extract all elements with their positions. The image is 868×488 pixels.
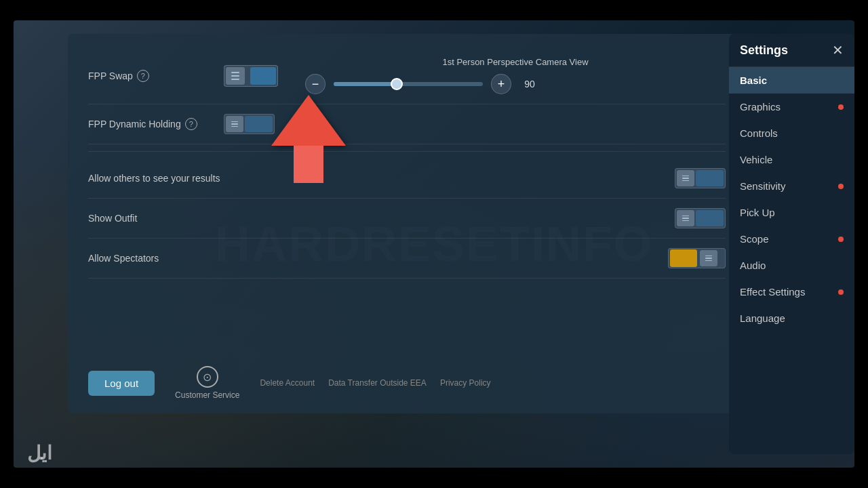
grip-line-3 — [231, 79, 239, 80]
camera-view-value: 90 — [519, 79, 540, 89]
fpp-dynamic-toggle-on — [245, 116, 273, 132]
show-outfit-controls — [675, 208, 726, 228]
sidebar-item-language-label: Language — [740, 312, 785, 324]
fpp-swap-toggle-on — [250, 67, 276, 85]
camera-plus-button[interactable]: + — [491, 74, 511, 94]
mini-grip-line-9 — [682, 220, 689, 222]
camera-slider-row: − + 90 — [305, 74, 726, 94]
allow-others-row: Allow others to see your results — [88, 159, 726, 199]
sidebar-item-controls[interactable]: Controls — [729, 120, 854, 146]
show-outfit-row: Show Outfit — [88, 199, 726, 239]
mini-grip-line-1 — [231, 121, 238, 123]
camera-view-section: 1st Person Perspective Camera View − + 9… — [278, 57, 726, 94]
sidebar-item-vehicle-label: Vehicle — [740, 154, 772, 165]
allow-others-controls — [675, 168, 726, 188]
grip-lines — [231, 72, 239, 80]
sidebar-item-sensitivity-label: Sensitivity — [740, 180, 786, 192]
sidebar-item-language[interactable]: Language — [729, 305, 854, 331]
spectators-yellow-section — [670, 249, 697, 267]
mini-grip-line-11 — [705, 258, 712, 259]
scope-dot — [838, 237, 844, 242]
fpp-swap-toggle-grip — [226, 67, 245, 85]
camera-slider-thumb[interactable] — [391, 78, 403, 90]
settings-panel: FPP Swap ? — [68, 34, 746, 413]
sidebar-item-graphics-label: Graphics — [740, 101, 781, 113]
sidebar-item-basic[interactable]: Basic — [729, 67, 854, 94]
allow-others-toggle[interactable] — [675, 168, 726, 188]
allow-spectators-toggle-track[interactable] — [668, 248, 726, 268]
footer-links: Delete Account Data Transfer Outside EEA… — [260, 378, 490, 388]
fpp-swap-help-icon[interactable]: ? — [137, 70, 149, 82]
grip-line-1 — [231, 72, 239, 73]
show-outfit-toggle[interactable] — [675, 208, 726, 228]
sidebar-item-controls-label: Controls — [740, 127, 778, 139]
allow-spectators-controls — [668, 248, 726, 268]
sidebar-item-pickup[interactable]: Pick Up — [729, 199, 854, 226]
allow-others-toggle-on — [696, 170, 724, 186]
sidebar-item-vehicle[interactable]: Vehicle — [729, 146, 854, 173]
delete-account-link[interactable]: Delete Account — [260, 378, 315, 388]
mini-grip-lines-3 — [682, 216, 689, 222]
allow-spectators-row: Allow Spectators — [88, 239, 726, 279]
camera-slider-fill — [334, 82, 393, 86]
fpp-dynamic-row: FPP Dynamic Holding ? — [88, 104, 726, 144]
fpp-dynamic-help-icon[interactable]: ? — [185, 118, 197, 130]
mini-grip-line-10 — [705, 256, 712, 257]
allow-others-grip — [677, 170, 694, 186]
effect-dot — [838, 289, 844, 295]
fpp-swap-label: FPP Swap ? — [88, 70, 224, 82]
mini-grip-lines-4 — [705, 256, 712, 262]
camera-view-title: 1st Person Perspective Camera View — [305, 57, 726, 67]
mini-grip-line-12 — [705, 260, 712, 262]
settings-sidebar: Settings ✕ Basic Graphics Controls Vehic… — [729, 34, 854, 454]
allow-others-label: Allow others to see your results — [88, 173, 224, 184]
sidebar-title: Settings — [740, 43, 788, 58]
log-out-button[interactable]: Log out — [88, 371, 155, 396]
allow-others-toggle-track[interactable] — [675, 168, 726, 188]
sidebar-item-effect[interactable]: Effect Settings — [729, 279, 854, 305]
mini-grip-line-3 — [231, 126, 238, 127]
privacy-policy-link[interactable]: Privacy Policy — [440, 378, 491, 388]
sidebar-item-sensitivity[interactable]: Sensitivity — [729, 173, 854, 199]
customer-service-button[interactable]: ⊙ Customer Service — [175, 366, 239, 400]
data-transfer-link[interactable]: Data Transfer Outside EEA — [328, 378, 427, 388]
customer-service-label: Customer Service — [175, 390, 239, 400]
allow-spectators-toggle[interactable] — [668, 248, 726, 268]
sidebar-item-audio[interactable]: Audio — [729, 252, 854, 279]
sidebar-item-graphics[interactable]: Graphics — [729, 94, 854, 120]
show-outfit-label: Show Outfit — [88, 213, 224, 224]
sidebar-item-basic-label: Basic — [740, 75, 767, 86]
mini-grip-lines — [231, 121, 238, 127]
mini-grip-line-5 — [682, 178, 689, 179]
show-outfit-grip — [677, 210, 694, 226]
mini-grip-line-8 — [682, 218, 689, 219]
sidebar-header: Settings ✕ — [729, 34, 854, 67]
fpp-swap-row: FPP Swap ? — [88, 47, 726, 104]
sensitivity-dot — [838, 184, 844, 189]
show-outfit-toggle-on — [696, 210, 724, 226]
show-outfit-toggle-track[interactable] — [675, 208, 726, 228]
mini-grip-line-4 — [682, 176, 689, 177]
allow-spectators-label: Allow Spectators — [88, 253, 224, 264]
mini-grip-lines-2 — [682, 176, 689, 182]
grip-line-2 — [231, 75, 239, 77]
arabic-watermark: ایل — [27, 442, 52, 464]
sidebar-item-scope[interactable]: Scope — [729, 226, 854, 252]
fpp-swap-toggle[interactable] — [224, 65, 278, 87]
mini-grip-line-7 — [682, 216, 689, 217]
spectators-grip — [700, 250, 717, 266]
fpp-dynamic-toggle-track[interactable] — [224, 114, 275, 134]
fpp-dynamic-toggle[interactable] — [224, 114, 275, 134]
bottom-section: Log out ⊙ Customer Service Delete Accoun… — [68, 366, 746, 400]
settings-content: FPP Swap ? — [68, 34, 746, 292]
mini-grip-line-6 — [682, 180, 689, 182]
camera-slider-track[interactable] — [334, 82, 483, 86]
fpp-swap-toggle-track[interactable] — [224, 65, 278, 87]
customer-service-icon: ⊙ — [197, 366, 218, 388]
section-divider-1 — [88, 151, 726, 152]
sidebar-item-effect-label: Effect Settings — [740, 286, 805, 298]
graphics-dot — [838, 104, 844, 110]
camera-minus-button[interactable]: − — [305, 74, 326, 94]
close-button[interactable]: ✕ — [832, 42, 844, 58]
sidebar-item-pickup-label: Pick Up — [740, 207, 775, 218]
